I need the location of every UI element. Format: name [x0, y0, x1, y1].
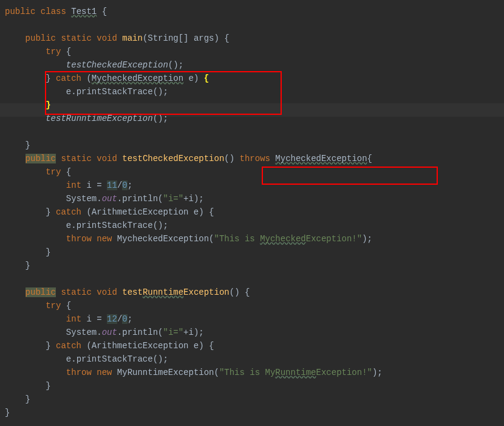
code-line: } catch (ArithmeticException e) {	[5, 339, 504, 352]
code-line: int i = 12/0;	[5, 312, 504, 326]
code-line: public static void main(String[] args) {	[5, 32, 504, 45]
code-line: throw new MyRunntimeException("This is M…	[5, 366, 504, 379]
code-line: }	[5, 379, 504, 393]
code-line: } catch (ArithmeticException e) {	[5, 205, 504, 219]
code-editor[interactable]: public class Test1 { public static void …	[0, 0, 504, 419]
code-line: }	[5, 246, 504, 259]
code-line: }	[5, 393, 504, 406]
code-line: try {	[5, 299, 504, 312]
code-line: e.printStackTrace();	[5, 352, 504, 366]
code-line: System.out.println("i="+i);	[5, 192, 504, 205]
code-line: throw new MycheckedException("This is My…	[5, 232, 504, 246]
code-line: public static void testRunntimeException…	[5, 286, 504, 299]
code-line: }	[5, 259, 504, 272]
code-line	[5, 18, 504, 32]
code-line: System.out.println("i="+i);	[5, 326, 504, 339]
code-line: try {	[5, 45, 504, 58]
code-line: e.printStackTrace();	[5, 85, 504, 98]
code-line: } catch (MycheckedException e) {	[5, 72, 504, 85]
code-line	[5, 272, 504, 286]
code-line: }	[5, 139, 504, 152]
code-line: public static void testCheckedException(…	[5, 152, 504, 165]
code-line: testCheckedException();	[5, 58, 504, 72]
code-line: int i = 11/0;	[5, 179, 504, 192]
code-line	[5, 125, 504, 139]
code-line: e.printStackTrace();	[5, 219, 504, 232]
code-line: try {	[5, 165, 504, 179]
code-line: }	[5, 406, 504, 419]
code-line: public class Test1 {	[5, 5, 504, 18]
